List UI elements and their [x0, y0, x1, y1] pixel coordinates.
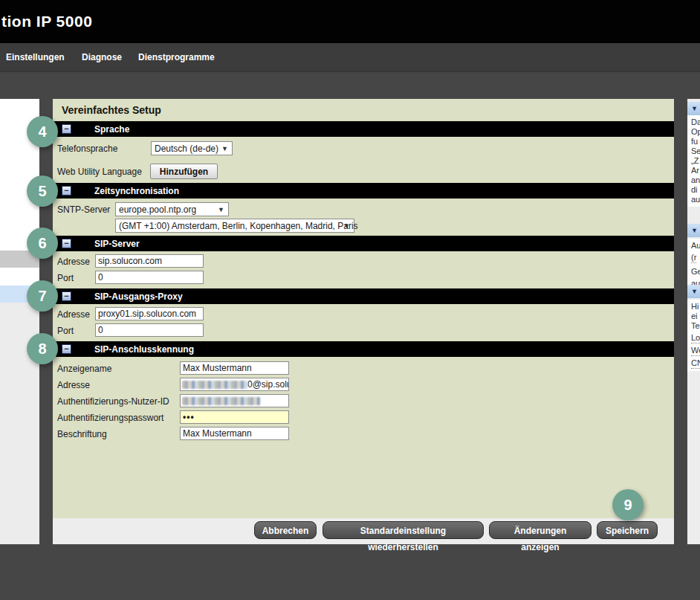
help-text-line: Te: [691, 321, 700, 331]
display-name-input[interactable]: [180, 361, 289, 375]
sntp-server-label: SNTP-Server: [57, 204, 110, 215]
help-link[interactable]: Lo: [691, 333, 700, 343]
help-text-line: Op: [691, 127, 700, 137]
sip-server-address-label: Adresse: [57, 257, 90, 267]
select-value: europe.pool.ntp.org: [119, 204, 196, 215]
chevron-down-icon: ▼: [218, 206, 224, 213]
nav-item-einstellungen[interactable]: Einstellungen: [6, 52, 65, 62]
phone-language-select[interactable]: Deutsch (de-de) ▼: [151, 141, 233, 155]
section-title: Sprache: [94, 124, 129, 135]
section-header-sip-line: − SIP-Anschlusskennung: [53, 341, 674, 357]
section-title: SIP-Anschlusskennung: [94, 344, 194, 355]
chevron-down-icon: ▼: [691, 105, 698, 112]
sip-line-address-label: Adresse: [57, 380, 90, 390]
auth-password-label: Authentifizierungspasswort: [57, 413, 163, 423]
section-header-zeitsynchronisation: − Zeitsynchronisation: [53, 183, 674, 199]
help-text-line: au: [691, 195, 700, 204]
select-value: Deutsch (de-de): [155, 143, 218, 154]
help-text-block: Hi ei Te Lo We CN: [687, 300, 700, 371]
help-text-line: Da: [691, 117, 700, 127]
help-section-header[interactable]: ▼: [687, 285, 700, 298]
sip-line-address-input[interactable]: 0@sip.solu: [180, 378, 289, 391]
add-language-button[interactable]: Hinzufügen: [150, 164, 218, 179]
phone-language-label: Telefonsprache: [57, 143, 117, 154]
section-header-sprache: − Sprache: [53, 121, 674, 137]
app-title: tion IP 5000: [1, 13, 92, 30]
help-text-block: Da Op fu Se „Z Ar an di au: [687, 115, 700, 207]
redacted-text: [182, 381, 247, 389]
select-value: (GMT +1:00) Amsterdam, Berlin, Kopenhage…: [119, 221, 358, 231]
sip-proxy-port-label: Port: [57, 326, 74, 336]
annotation-badge-4: 4: [27, 116, 58, 147]
sip-server-port-input[interactable]: [95, 271, 204, 284]
help-text-line: fu: [691, 137, 700, 146]
settings-panel: Vereinfachtes Setup − Sprache Telefonspr…: [53, 99, 674, 518]
help-text-line: Ar: [691, 166, 700, 175]
sip-proxy-address-label: Adresse: [57, 309, 90, 320]
restore-defaults-button[interactable]: Standardeinstellung wiederherstellen: [323, 521, 484, 539]
help-sidebar: ▼ Da Op fu Se „Z Ar an di au ▼ Au (r Ge …: [687, 99, 700, 544]
section-title: Zeitsynchronisation: [94, 186, 179, 196]
help-text-line: Se: [691, 146, 700, 156]
chevron-down-icon: ▼: [221, 145, 228, 152]
timezone-select[interactable]: (GMT +1:00) Amsterdam, Berlin, Kopenhage…: [115, 219, 354, 233]
auth-user-id-input[interactable]: [180, 394, 289, 407]
annotation-badge-8: 8: [27, 333, 58, 364]
sip-proxy-port-input[interactable]: [95, 323, 204, 337]
caption-label: Beschriftung: [57, 429, 107, 439]
help-text-block: Au (r Ge au: [687, 239, 700, 291]
chevron-down-icon: ▼: [691, 227, 698, 234]
annotation-badge-5: 5: [27, 175, 58, 207]
caption-input[interactable]: [180, 427, 289, 440]
chevron-down-icon: ▼: [691, 288, 698, 295]
annotation-badge-9: 9: [612, 489, 644, 520]
help-text-line: di: [691, 185, 700, 195]
nav-item-diagnose[interactable]: Diagnose: [82, 52, 122, 62]
help-text-line: Au: [691, 241, 700, 251]
auth-password-input[interactable]: [180, 410, 289, 424]
nav-item-dienstprogramme[interactable]: Dienstprogramme: [138, 52, 215, 62]
show-changes-button[interactable]: Änderungen anzeigen: [489, 521, 592, 539]
sntp-server-select[interactable]: europe.pool.ntp.org ▼: [115, 202, 229, 216]
help-section-header[interactable]: ▼: [687, 102, 700, 115]
section-title: SIP-Server: [94, 239, 140, 249]
help-section-header[interactable]: ▼: [687, 224, 700, 237]
help-text-line: Hi: [691, 302, 700, 312]
help-link[interactable]: CN: [691, 358, 700, 369]
chevron-down-icon: ▼: [343, 222, 350, 230]
section-title: SIP-Ausgangs-Proxy: [94, 291, 183, 302]
help-link[interactable]: (r: [691, 253, 696, 263]
screen: tion IP 5000 Einstellungen Diagnose Dien…: [0, 0, 700, 600]
collapse-icon[interactable]: −: [62, 186, 71, 196]
help-link[interactable]: We: [691, 346, 700, 356]
collapse-icon[interactable]: −: [62, 124, 71, 134]
address-suffix: 0@sip.solu: [247, 378, 289, 390]
annotation-badge-7: 7: [27, 280, 58, 312]
help-text-line: ei: [691, 312, 700, 321]
left-nav-column: [0, 99, 39, 544]
web-utility-language-label: Web Utility Language: [57, 167, 142, 177]
collapse-icon[interactable]: −: [62, 344, 71, 354]
display-name-label: Anzeigename: [57, 364, 111, 374]
save-button[interactable]: Speichern: [597, 521, 658, 539]
action-bar: Abbrechen Standardeinstellung wiederhers…: [53, 518, 674, 544]
redacted-text: [182, 397, 260, 405]
section-header-sip-server: − SIP-Server: [53, 236, 674, 251]
section-header-sip-proxy: − SIP-Ausgangs-Proxy: [53, 288, 674, 304]
page-title: Vereinfachtes Setup: [62, 104, 161, 116]
collapse-icon[interactable]: −: [62, 291, 71, 301]
cancel-button[interactable]: Abbrechen: [254, 521, 317, 539]
app-header: tion IP 5000: [0, 0, 700, 43]
annotation-badge-6: 6: [27, 228, 58, 259]
sip-server-address-input[interactable]: [95, 254, 204, 268]
main-nav: Einstellungen Diagnose Dienstprogramme: [0, 43, 700, 72]
collapse-icon[interactable]: −: [62, 239, 71, 248]
auth-user-id-label: Authentifizierungs-Nutzer-ID: [57, 396, 169, 407]
help-text-line: an: [691, 175, 700, 185]
sip-server-port-label: Port: [57, 273, 74, 283]
help-text-line: Ge: [691, 267, 700, 277]
sip-proxy-address-input[interactable]: [95, 307, 204, 320]
help-text-line: „Z: [691, 156, 700, 166]
